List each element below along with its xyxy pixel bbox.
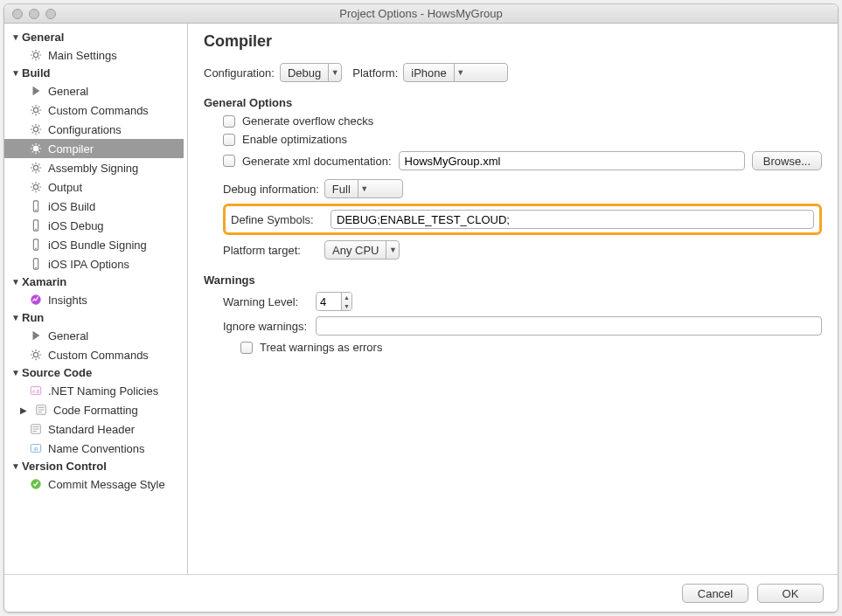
svg-text:iR: iR xyxy=(34,446,38,452)
item-label: General xyxy=(48,329,88,343)
browse-button[interactable]: Browse... xyxy=(752,151,822,170)
device-icon xyxy=(29,199,43,213)
item-label: Standard Header xyxy=(48,423,135,436)
chevron-up-icon[interactable]: ▲ xyxy=(342,293,351,301)
treat-warnings-checkbox[interactable] xyxy=(240,342,253,354)
select-value: Debug xyxy=(281,66,328,80)
chevron-down-icon: ▼ xyxy=(454,64,467,81)
optimizations-checkbox[interactable] xyxy=(223,134,235,146)
disclosure-icon: ▼ xyxy=(11,368,20,377)
gear-icon xyxy=(29,103,43,117)
sidebar-item-insights[interactable]: Insights xyxy=(4,290,184,309)
disclosure-icon: ▶ xyxy=(20,405,29,415)
titlebar: Project Options - HowsMyGroup xyxy=(4,4,838,24)
platform-target-select[interactable]: Any CPU ▼ xyxy=(324,240,400,260)
cat-label: Source Code xyxy=(22,366,92,379)
insights-icon xyxy=(29,293,43,307)
cat-label: Version Control xyxy=(22,460,107,473)
badge-icon: iR xyxy=(29,441,43,455)
sidebar-item-standard-header[interactable]: Standard Header xyxy=(4,419,184,439)
warning-level-input[interactable] xyxy=(317,293,341,310)
svg-point-1 xyxy=(33,107,38,112)
check-icon xyxy=(29,477,43,491)
configuration-label: Configuration: xyxy=(204,66,275,80)
overflow-checks-checkbox[interactable] xyxy=(223,115,235,128)
gear-icon xyxy=(29,142,43,156)
sidebar: ▼ General Main Settings ▼ Build General … xyxy=(4,24,188,574)
item-label: iOS Debug xyxy=(48,219,104,232)
svg-point-11 xyxy=(35,248,37,250)
sidebar-item-ios-build[interactable]: iOS Build xyxy=(4,197,184,216)
sidebar-item-net-naming-policies[interactable]: A.B .NET Naming Policies xyxy=(4,381,184,400)
item-label: Name Conventions xyxy=(48,442,145,455)
device-icon xyxy=(29,218,43,232)
badge-icon: A.B xyxy=(29,384,43,398)
sidebar-item-commit-message-style[interactable]: Commit Message Style xyxy=(4,474,184,494)
ok-button[interactable]: OK xyxy=(757,584,824,603)
optimizations-label: Enable optimizations xyxy=(242,133,347,146)
stepper-arrows[interactable]: ▲ ▼ xyxy=(341,293,351,310)
sidebar-item-compiler[interactable]: Compiler xyxy=(4,139,184,158)
cat-label: Build xyxy=(22,66,51,80)
sidebar-item-output[interactable]: Output xyxy=(4,177,184,197)
sidebar-item-ios-ipa-options[interactable]: iOS IPA Options xyxy=(4,254,184,273)
sidebar-item-code-formatting[interactable]: ▶ Code Formatting xyxy=(4,400,184,419)
sidebar-item-run-general[interactable]: General xyxy=(4,326,184,345)
xmldoc-input[interactable] xyxy=(399,151,745,170)
sidebar-item-name-conventions[interactable]: iR Name Conventions xyxy=(4,439,184,458)
chevron-down-icon[interactable]: ▼ xyxy=(342,301,351,310)
sidebar-item-run-custom-commands[interactable]: Custom Commands xyxy=(4,345,184,364)
gear-icon xyxy=(29,48,43,62)
svg-point-2 xyxy=(33,127,38,131)
xmldoc-checkbox[interactable] xyxy=(223,155,235,167)
device-icon xyxy=(29,257,43,271)
configuration-select[interactable]: Debug ▼ xyxy=(280,63,342,82)
platform-target-label: Platform target: xyxy=(223,244,319,257)
sidebar-item-custom-commands[interactable]: Custom Commands xyxy=(4,100,184,120)
xmldoc-label: Generate xml documentation: xyxy=(242,155,392,168)
sidebar-cat-version-control[interactable]: ▼ Version Control xyxy=(4,458,184,474)
treat-warnings-label: Treat warnings as errors xyxy=(260,341,382,354)
select-value: Any CPU xyxy=(325,244,386,257)
sidebar-item-build-general[interactable]: General xyxy=(4,81,184,100)
window-body: ▼ General Main Settings ▼ Build General … xyxy=(4,24,838,574)
item-label: Code Formatting xyxy=(53,404,138,417)
svg-point-0 xyxy=(33,52,38,57)
item-label: Assembly Signing xyxy=(48,162,138,175)
sidebar-item-ios-bundle-signing[interactable]: iOS Bundle Signing xyxy=(4,235,184,254)
overflow-checks-label: Generate overflow checks xyxy=(242,114,373,128)
sidebar-cat-run[interactable]: ▼ Run xyxy=(4,309,184,326)
ignore-warnings-row: Ignore warnings: xyxy=(223,316,822,336)
sidebar-item-assembly-signing[interactable]: Assembly Signing xyxy=(4,158,184,177)
config-platform-row: Configuration: Debug ▼ Platform: iPhone … xyxy=(204,63,822,82)
warnings-heading: Warnings xyxy=(204,273,822,287)
window-title: Project Options - HowsMyGroup xyxy=(4,7,838,20)
ignore-warnings-input[interactable] xyxy=(316,316,822,336)
treat-warnings-row: Treat warnings as errors xyxy=(240,341,822,354)
gear-icon xyxy=(29,122,43,136)
play-icon xyxy=(29,84,43,98)
disclosure-icon: ▼ xyxy=(11,277,20,287)
warning-level-stepper[interactable]: ▲ ▼ xyxy=(316,292,352,311)
define-symbols-input[interactable] xyxy=(331,210,814,229)
sidebar-cat-source-code[interactable]: ▼ Source Code xyxy=(4,364,184,381)
cancel-button[interactable]: Cancel xyxy=(682,584,748,603)
sidebar-item-ios-debug[interactable]: iOS Debug xyxy=(4,216,184,235)
item-label: .NET Naming Policies xyxy=(48,384,158,398)
sidebar-cat-build[interactable]: ▼ Build xyxy=(4,65,184,81)
sidebar-item-configurations[interactable]: Configurations xyxy=(4,120,184,139)
page-title: Compiler xyxy=(204,32,822,51)
xmldoc-row: Generate xml documentation: Browse... xyxy=(223,151,822,170)
sidebar-cat-xamarin[interactable]: ▼ Xamarin xyxy=(4,273,184,290)
sidebar-item-main-settings[interactable]: Main Settings xyxy=(4,45,184,65)
sidebar-cat-general[interactable]: ▼ General xyxy=(4,29,184,45)
platform-select[interactable]: iPhone ▼ xyxy=(403,63,508,82)
play-icon xyxy=(29,329,43,343)
debug-info-select[interactable]: Full ▼ xyxy=(324,179,403,198)
svg-point-3 xyxy=(33,146,38,150)
chevron-down-icon: ▼ xyxy=(328,64,341,81)
disclosure-icon: ▼ xyxy=(11,313,20,322)
svg-point-7 xyxy=(35,210,37,211)
general-options-heading: General Options xyxy=(204,96,822,109)
device-icon xyxy=(29,238,43,252)
